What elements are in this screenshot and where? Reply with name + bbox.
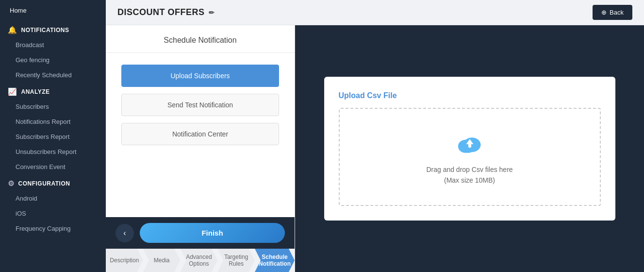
sidebar-item-conversion-event[interactable]: Conversion Event	[0, 159, 106, 174]
finish-row: ‹ Finish	[106, 217, 295, 249]
left-panel: Schedule Notification Upload Subscribers…	[106, 25, 295, 272]
step-description[interactable]: Description	[106, 249, 143, 272]
schedule-title: Schedule Notification	[106, 25, 295, 53]
upload-drag-text: Drag and drop Csv files here (Max size 1…	[426, 164, 512, 186]
chart-icon: 📈	[8, 87, 17, 96]
sidebar-section-label-analyze: ANALYZE	[21, 88, 50, 95]
notification-center-button[interactable]: Notification Center	[121, 123, 279, 145]
schedule-buttons: Upload Subscribers Send Test Notificatio…	[106, 53, 295, 157]
sidebar-item-ios[interactable]: iOS	[0, 206, 106, 221]
page-title: DISCOUNT OFFERS ✏	[117, 7, 215, 17]
back-button[interactable]: ⊕ Back	[593, 5, 632, 20]
upload-icon-container	[455, 128, 484, 157]
upload-card-title: Upload Csv File	[339, 91, 601, 100]
sidebar-item-broadcast[interactable]: Broadcast	[0, 37, 106, 52]
topbar: DISCOUNT OFFERS ✏ ⊕ Back	[106, 0, 644, 25]
upload-cloud-icon	[455, 128, 484, 157]
sidebar-section-analyze: 📈 ANALYZE	[0, 83, 106, 99]
sidebar: Home 🔔 NOTIFICATIONS Broadcast Geo fenci…	[0, 0, 106, 272]
send-test-notification-button[interactable]: Send Test Notification	[121, 94, 279, 116]
sidebar-item-subscribers[interactable]: Subscribers	[0, 99, 106, 114]
content-area: Schedule Notification Upload Subscribers…	[106, 25, 644, 272]
sidebar-item-subscribers-report[interactable]: Subscribers Report	[0, 129, 106, 144]
step-targeting-rules[interactable]: Targeting Rules	[217, 249, 255, 272]
sidebar-item-notifications-report[interactable]: Notifications Report	[0, 114, 106, 129]
edit-icon[interactable]: ✏	[209, 9, 215, 17]
step-media[interactable]: Media	[143, 249, 181, 272]
plus-icon: ⊕	[601, 9, 607, 16]
gear-icon: ⚙	[8, 179, 15, 188]
back-label: Back	[610, 9, 624, 16]
steps-row: Description Media Advanced Options Targe…	[106, 249, 295, 272]
sidebar-item-frequency-capping[interactable]: Frequency Capping	[0, 221, 106, 236]
main-area: DISCOUNT OFFERS ✏ ⊕ Back Schedule Notifi…	[106, 0, 644, 272]
page-title-text: DISCOUNT OFFERS	[117, 7, 205, 17]
sidebar-item-unsubscribers-report[interactable]: Unsubscribers Report	[0, 144, 106, 159]
upload-card: Upload Csv File Drag and drop Csv files …	[324, 77, 615, 221]
step-schedule-notification[interactable]: Schedule Notification	[255, 249, 295, 272]
bottom-area: ‹ Finish Description Media Advanced Opti…	[106, 217, 295, 272]
sidebar-section-label-notifications: NOTIFICATIONS	[21, 27, 69, 34]
upload-dropzone[interactable]: Drag and drop Csv files here (Max size 1…	[339, 108, 601, 206]
step-advanced-options[interactable]: Advanced Options	[181, 249, 218, 272]
sidebar-section-notifications: 🔔 NOTIFICATIONS	[0, 21, 106, 37]
sidebar-item-geo-fencing[interactable]: Geo fencing	[0, 52, 106, 68]
prev-button[interactable]: ‹	[116, 224, 134, 242]
sidebar-home[interactable]: Home	[0, 0, 106, 21]
finish-button[interactable]: Finish	[140, 223, 285, 243]
upload-subscribers-button[interactable]: Upload Subscribers	[121, 65, 279, 87]
bell-icon: 🔔	[8, 26, 17, 34]
sidebar-item-android[interactable]: Android	[0, 191, 106, 206]
sidebar-section-configuration: ⚙ CONFIGURATION	[0, 174, 106, 191]
right-panel: Upload Csv File Drag and drop Csv files …	[295, 25, 644, 272]
sidebar-item-recently-scheduled[interactable]: Recently Scheduled	[0, 68, 106, 83]
sidebar-section-label-configuration: CONFIGURATION	[18, 180, 70, 187]
